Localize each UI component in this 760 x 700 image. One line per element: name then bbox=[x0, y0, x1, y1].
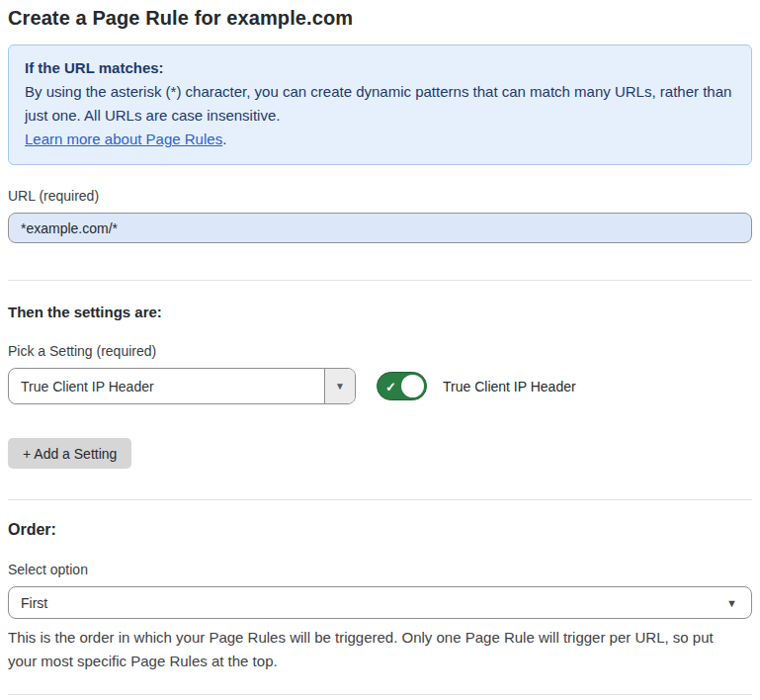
divider bbox=[8, 280, 752, 281]
info-box-body: By using the asterisk (*) character, you… bbox=[25, 80, 735, 128]
info-box-heading: If the URL matches: bbox=[25, 56, 735, 80]
order-section-heading: Order: bbox=[8, 521, 752, 539]
url-input[interactable] bbox=[8, 213, 752, 243]
setting-select-value: True Client IP Header bbox=[9, 369, 324, 403]
page-rule-form: Create a Page Rule for example.com If th… bbox=[0, 0, 760, 700]
add-setting-button[interactable]: + Add a Setting bbox=[8, 438, 131, 469]
chevron-down-icon: ▼ bbox=[726, 597, 737, 609]
info-box-link-line: Learn more about Page Rules. bbox=[25, 128, 735, 151]
setting-select-arrow-button[interactable]: ▼ bbox=[324, 369, 355, 403]
page-title: Create a Page Rule for example.com bbox=[8, 0, 752, 30]
setting-select[interactable]: True Client IP Header ▼ bbox=[8, 368, 356, 404]
url-field-label: URL (required) bbox=[8, 188, 752, 204]
chevron-down-icon: ▼ bbox=[335, 381, 345, 392]
true-client-ip-toggle[interactable]: ✓ bbox=[377, 372, 427, 400]
divider bbox=[8, 499, 752, 500]
select-option-label: Select option bbox=[8, 562, 752, 577]
order-help-text: This is the order in which your Page Rul… bbox=[8, 626, 744, 673]
toggle-knob bbox=[401, 375, 424, 397]
toggle-label: True Client IP Header bbox=[443, 379, 576, 394]
order-select-value: First bbox=[21, 595, 47, 611]
check-icon: ✓ bbox=[385, 380, 396, 393]
pick-setting-label: Pick a Setting (required) bbox=[8, 343, 752, 359]
learn-more-link[interactable]: Learn more about Page Rules bbox=[25, 131, 222, 147]
setting-row: True Client IP Header ▼ ✓ True Client IP… bbox=[8, 368, 752, 404]
order-select[interactable]: First ▼ bbox=[8, 586, 752, 619]
url-match-info-box: If the URL matches: By using the asteris… bbox=[8, 44, 752, 165]
link-suffix: . bbox=[222, 131, 226, 147]
divider bbox=[8, 694, 752, 695]
settings-section-heading: Then the settings are: bbox=[8, 304, 752, 320]
